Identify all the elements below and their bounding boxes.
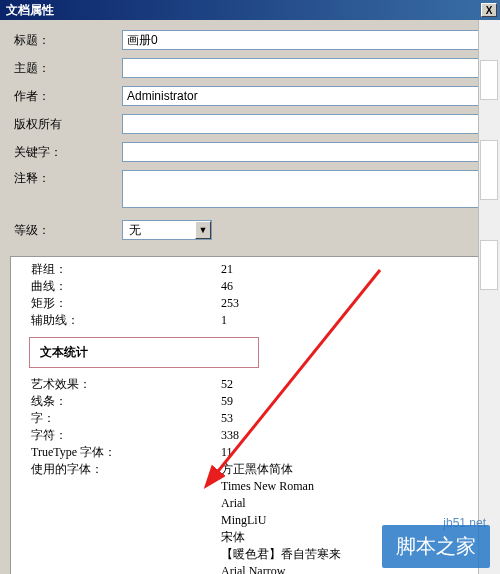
stat-value: 11	[221, 444, 233, 461]
rating-value: 无	[123, 222, 195, 239]
stat-value: 253	[221, 295, 239, 312]
stat-value: 方正黑体简体	[221, 461, 293, 478]
author-label: 作者：	[14, 88, 122, 105]
window-title: 文档属性	[3, 2, 481, 19]
page-thumbnail[interactable]	[480, 240, 498, 290]
subject-label: 主题：	[14, 60, 122, 77]
stat-value: 46	[221, 278, 233, 295]
stat-key: 群组：	[31, 261, 221, 278]
properties-form: 标题： 主题： 作者： 版权所有 关键字： 注释： 等级： 无 ▼	[0, 20, 500, 252]
stat-key: 辅助线：	[31, 312, 221, 329]
stat-row: 辅助线：1	[11, 312, 489, 329]
comment-input[interactable]	[122, 170, 486, 208]
titlebar: 文档属性 X	[0, 0, 500, 20]
chevron-down-icon: ▼	[195, 221, 211, 239]
stat-key: 线条：	[31, 393, 221, 410]
text-stats-heading: 文本统计	[29, 337, 259, 368]
stat-row: 艺术效果：52	[11, 376, 489, 393]
stat-row: 曲线：46	[11, 278, 489, 295]
stat-value: 338	[221, 427, 239, 444]
rating-label: 等级：	[14, 222, 122, 239]
stat-value: 21	[221, 261, 233, 278]
author-input[interactable]	[122, 86, 486, 106]
stat-row: 字符：338	[11, 427, 489, 444]
subject-input[interactable]	[122, 58, 486, 78]
stat-key: 字：	[31, 410, 221, 427]
copyright-label: 版权所有	[14, 116, 122, 133]
stat-value: 52	[221, 376, 233, 393]
font-item: Times New Roman	[221, 478, 489, 495]
stat-row: 字：53	[11, 410, 489, 427]
stat-key: 艺术效果：	[31, 376, 221, 393]
stat-key: TrueType 字体：	[31, 444, 221, 461]
close-button[interactable]: X	[481, 3, 497, 17]
keywords-label: 关键字：	[14, 144, 122, 161]
stat-row: 矩形：253	[11, 295, 489, 312]
stat-value: 59	[221, 393, 233, 410]
keywords-input[interactable]	[122, 142, 486, 162]
page-thumbnail[interactable]	[480, 60, 498, 100]
page-thumbnail[interactable]	[480, 140, 498, 200]
font-item: Arial	[221, 495, 489, 512]
stat-row: TrueType 字体：11	[11, 444, 489, 461]
stat-row: 线条：59	[11, 393, 489, 410]
title-input[interactable]	[122, 30, 486, 50]
copyright-input[interactable]	[122, 114, 486, 134]
rating-select[interactable]: 无 ▼	[122, 220, 212, 240]
stat-value: 53	[221, 410, 233, 427]
stat-row: 使用的字体：方正黑体简体	[11, 461, 489, 478]
stat-row: 群组：21	[11, 261, 489, 278]
stat-key: 曲线：	[31, 278, 221, 295]
watermark-text: 脚本之家	[382, 525, 490, 568]
stat-value: 1	[221, 312, 227, 329]
stat-key: 字符：	[31, 427, 221, 444]
stat-key: 矩形：	[31, 295, 221, 312]
comment-label: 注释：	[14, 170, 122, 187]
title-label: 标题：	[14, 32, 122, 49]
page-thumbnails-strip	[478, 20, 500, 574]
stat-key: 使用的字体：	[31, 461, 221, 478]
